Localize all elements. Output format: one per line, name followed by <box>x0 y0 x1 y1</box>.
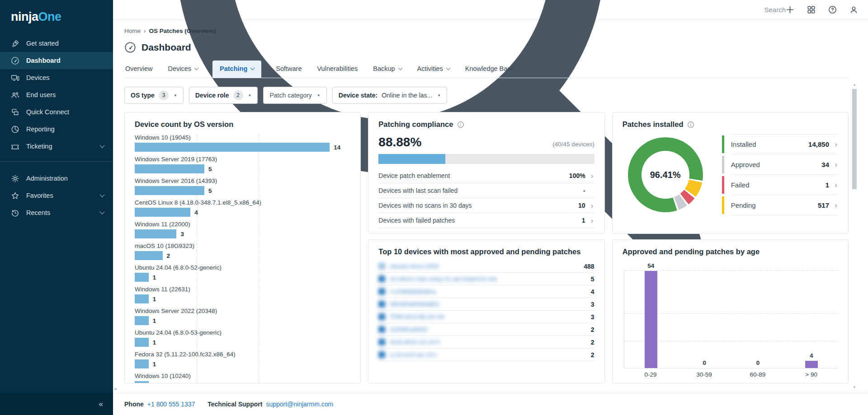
chevron-right-icon[interactable]: › <box>590 217 594 224</box>
device-name-redacted[interactable]: no-demo-mac-easy-01.ad.ninjarmm.net <box>378 275 591 282</box>
chevron-down-icon <box>99 192 104 197</box>
tab-overview[interactable]: Overview <box>124 61 153 78</box>
tab-activities[interactable]: Activities <box>416 61 451 78</box>
device-name-redacted[interactable]: t-vmWddwbu8na <box>378 288 591 295</box>
dashboard-grid: Patching compliance 88.88% (40/45 device… <box>124 112 849 383</box>
tab-software[interactable]: Software <box>275 61 302 78</box>
phone-link[interactable]: +1 800 555 1337 <box>147 401 195 408</box>
age-bar[interactable] <box>805 361 818 368</box>
legend-row-pending[interactable]: Pending517› <box>722 195 838 215</box>
gauge-icon <box>11 56 19 65</box>
sidebar-item-quick-connect[interactable]: Quick Connect <box>0 103 113 121</box>
os-version-row[interactable]: Windows 11 (22631)1 <box>135 286 350 303</box>
scroll-down-icon[interactable]: ▼ <box>852 385 857 389</box>
device-row[interactable]: A20091at00O2 <box>378 323 594 336</box>
info-icon[interactable] <box>457 121 464 128</box>
device-name-redacted[interactable]: ubuntu-linux-2404 <box>378 263 584 270</box>
device-name-redacted[interactable]: A20091at00O <box>378 326 591 333</box>
vertical-scrollbar[interactable]: ▲ ▼ <box>852 83 857 389</box>
tab-vulnerabilities[interactable]: Vulnerabilities <box>316 61 359 78</box>
device-row[interactable]: no-demo-mac-easy-01.ad.ninjarmm.net5 <box>378 273 594 285</box>
os-version-row[interactable]: macOS 10 (18G9323)2 <box>135 242 350 260</box>
os-version-row[interactable]: CentOS Linux 8 (4.18.0-348.7.1.el8_5.x86… <box>135 199 350 217</box>
sidebar-item-reporting[interactable]: Reporting <box>0 121 113 138</box>
legend-row-approved[interactable]: Approved34› <box>722 154 838 175</box>
filter-patch-category[interactable]: Patch category ▼ <box>263 87 326 104</box>
os-version-row[interactable]: Windows Server 2019 (17763)5 <box>135 156 350 173</box>
sidebar-item-devices[interactable]: Devices <box>0 69 113 86</box>
ninjaone-logo[interactable]: ninjaOne <box>0 0 113 32</box>
chevron-right-icon[interactable]: › <box>590 202 594 210</box>
patches-legend: Installed14,850› Approved34› Failed1› <box>722 134 838 215</box>
sidebar-item-dashboard[interactable]: Dashboard <box>0 52 113 69</box>
legend-row-installed[interactable]: Installed14,850› <box>722 134 838 154</box>
chevron-right-icon[interactable]: › <box>834 181 838 189</box>
device-icon <box>378 326 385 333</box>
device-row[interactable]: ubuntu-linux-2404488 <box>378 260 594 273</box>
sidebar-item-label: Ticketing <box>26 143 94 150</box>
device-name-redacted[interactable]: SEGEN4O9AMD1 <box>378 301 591 308</box>
device-name-redacted[interactable]: TPM-W10-BLCK-04 <box>378 313 591 320</box>
sidebar-item-end-users[interactable]: End users <box>0 86 113 103</box>
tab-devices[interactable]: Devices <box>167 61 199 78</box>
device-row[interactable]: SEGEN4O9AMD13 <box>378 298 594 311</box>
device-name-redacted[interactable]: a-10-w10-au-10-t <box>378 351 591 358</box>
device-name-redacted[interactable]: AUS-W10-10-10-0 <box>378 339 591 345</box>
filter-os-type[interactable]: OS type 3 ▼ <box>124 87 184 104</box>
age-bar-column: 0 <box>678 270 731 368</box>
sidebar-item-get-started[interactable]: Get started <box>0 35 113 52</box>
breadcrumb: Home › OS Patches (Overview) <box>124 28 868 34</box>
support-email-link[interactable]: support@ninjarmm.com <box>266 401 333 408</box>
breadcrumb-home[interactable]: Home <box>124 28 141 34</box>
device-row[interactable]: AUS-W10-10-10-02 <box>378 336 594 349</box>
sidebar-item-recents[interactable]: Recents <box>0 204 113 221</box>
chevron-right-icon[interactable]: › <box>834 140 838 148</box>
card-title-text: Top 10 devices with most approved and pe… <box>378 247 580 256</box>
device-row[interactable]: a-10-w10-au-10-t2 <box>378 349 594 361</box>
tab-label: Vulnerabilities <box>317 65 358 72</box>
device-row[interactable]: TPM-W10-BLCK-043 <box>378 311 594 323</box>
os-version-value: 14 <box>334 144 340 151</box>
device-patch-count: 2 <box>591 326 594 333</box>
tab-backup[interactable]: Backup <box>372 61 402 78</box>
os-version-row[interactable]: Ubuntu 24.04 (6.8.0-53-generic)1 <box>135 329 350 347</box>
help-icon[interactable] <box>828 5 837 14</box>
os-version-row[interactable]: Windows Server 2016 (14393)5 <box>135 177 350 195</box>
filter-device-state[interactable]: Device state: Online in the las... ▼ <box>332 87 447 104</box>
sidebar-item-favorites[interactable]: Favorites <box>0 187 113 204</box>
metric-row[interactable]: Device patch enablement 100% › <box>378 168 594 183</box>
age-bar[interactable] <box>645 271 657 368</box>
scrollbar-thumb[interactable] <box>852 89 857 189</box>
device-icon <box>378 301 385 308</box>
apps-grid-icon[interactable] <box>807 5 816 14</box>
device-row[interactable]: t-vmWddwbu8na4 <box>378 285 594 298</box>
tab-bar: Overview Devices Patching Software Vulne… <box>124 61 849 78</box>
metric-row[interactable]: Devices with failed patches 1 › <box>378 213 594 228</box>
collapse-sidebar-icon[interactable]: « <box>99 400 103 409</box>
os-version-row[interactable]: Windows 11 (22000)3 <box>135 221 350 238</box>
os-version-row[interactable]: Fedora 32 (5.11.22-100.fc32.x86_64)1 <box>135 351 350 368</box>
os-version-row[interactable]: Windows Server 2022 (20348)1 <box>135 308 350 325</box>
sidebar-item-ticketing[interactable]: Ticketing <box>0 138 113 155</box>
scroll-up-icon[interactable]: ▲ <box>852 83 857 87</box>
chevron-right-icon[interactable]: › <box>834 161 838 168</box>
chevron-right-icon[interactable]: › <box>590 172 594 180</box>
os-version-bar <box>135 164 204 173</box>
os-version-row[interactable]: Ubuntu 24.04 (6.8.0-52-generic)1 <box>135 264 350 282</box>
os-version-row[interactable]: Windows 10 (19045)14 <box>135 134 350 152</box>
tab-knowledge-base[interactable]: Knowledge Base <box>464 61 515 78</box>
os-version-value: 5 <box>208 187 212 194</box>
metric-row[interactable]: Devices with last scan failed - › <box>378 183 594 198</box>
sidebar-item-administration[interactable]: Administration <box>0 170 113 187</box>
scroll-left-icon[interactable]: ◄ <box>113 387 117 391</box>
legend-row-failed[interactable]: Failed1› <box>722 175 838 195</box>
filter-device-role[interactable]: Device role 2 ▼ <box>189 87 258 104</box>
info-icon[interactable] <box>687 121 694 128</box>
chevron-right-icon[interactable]: › <box>834 201 838 209</box>
metric-row[interactable]: Devices with no scans in 30 days 10 › <box>378 198 594 213</box>
os-version-row[interactable]: Windows 10 (10240)1 <box>135 373 350 383</box>
legend-color-failed <box>722 176 724 194</box>
plus-icon[interactable] <box>786 5 794 14</box>
user-icon[interactable] <box>849 5 858 14</box>
tab-patching[interactable]: Patching <box>212 61 261 78</box>
